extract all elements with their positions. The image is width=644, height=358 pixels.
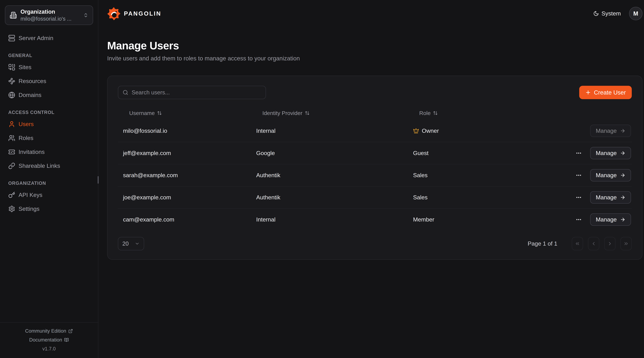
sidebar-item-label: Settings [18,206,40,212]
manage-button-label: Manage [596,216,617,223]
manage-button: Manage [590,125,631,137]
cell-identity-provider: Google [251,150,408,156]
table-row: milo@fossorial.io Internal Owner Manage [118,120,632,142]
previous-page-button[interactable] [588,237,599,250]
chevrons-right-icon [624,241,629,246]
pagination-bar: 20 Page 1 of 1 [118,237,632,250]
row-menu-button[interactable] [574,191,583,204]
sidebar-item-server-admin[interactable]: Server Admin [5,31,93,45]
sidebar-item-domains[interactable]: Domains [5,88,93,102]
table-row: jeff@example.com Google Guest Manage [118,142,632,164]
page-header: Manage Users Invite users and add them t… [107,40,642,62]
page-subtitle: Invite users and add them to roles to ma… [107,55,642,62]
row-menu-button[interactable] [574,147,583,159]
sidebar-item-label: Resources [18,78,46,84]
avatar-initial: M [633,10,638,17]
cell-username: jeff@example.com [118,150,251,156]
sidebar-item-users[interactable]: Users [5,117,93,131]
book-open-icon [64,338,69,342]
moon-icon [593,11,599,16]
page-size-value: 20 [122,240,129,247]
sidebar-item-invitations[interactable]: Invitations [5,145,93,159]
cell-role: Sales [408,172,542,178]
cell-identity-provider: Authentik [251,194,408,201]
sort-icon [157,110,162,116]
next-page-button[interactable] [604,237,616,250]
column-header-role[interactable]: Role [408,110,542,116]
cell-username: sarah@example.com [118,172,251,178]
section-label-general: GENERAL [5,53,93,58]
sort-icon [433,110,438,116]
ellipsis-icon [576,216,582,223]
manage-button-label: Manage [596,194,617,201]
search-box [118,86,266,99]
last-page-button[interactable] [620,237,632,250]
org-selector-texts: Organization milo@fossorial.io's ... [20,9,72,22]
sidebar-item-label: Roles [18,135,33,142]
manage-button-label: Manage [596,128,617,134]
users-panel-toolbar: Create User [118,86,632,99]
community-edition-link[interactable]: Community Edition [25,328,73,334]
globe-icon [8,92,15,98]
row-menu-button[interactable] [574,214,583,226]
pangolin-logo-icon [107,7,120,20]
community-edition-label: Community Edition [25,328,66,334]
first-page-button[interactable] [572,237,583,250]
chevron-left-icon [591,241,596,246]
main-content: PANGOLIN System M Manage Users Invite us… [98,0,644,358]
org-selector-value: milo@fossorial.io's ... [20,16,72,22]
sidebar-item-label: Users [18,121,34,128]
documentation-link[interactable]: Documentation [29,337,69,343]
org-selector-label: Organization [20,9,72,15]
app-version: v1.7.0 [42,346,56,352]
top-bar: PANGOLIN System M [107,0,642,27]
users-table: Username Identity Provider Role [118,106,632,230]
cell-identity-provider: Internal [251,216,408,223]
avatar[interactable]: M [629,7,642,20]
cell-role-label: Guest [413,150,428,156]
org-selector[interactable]: Organization milo@fossorial.io's ... [5,6,93,25]
brand-logo[interactable]: PANGOLIN [107,7,162,20]
sidebar-item-label: Sites [18,64,32,70]
search-input[interactable] [132,89,261,96]
create-user-button[interactable]: Create User [579,86,632,99]
sidebar-item-label: Invitations [18,148,45,155]
sidebar-item-shareable-links[interactable]: Shareable Links [5,159,93,173]
manage-button[interactable]: Manage [590,191,631,204]
column-header-label: Identity Provider [262,110,302,116]
manage-button[interactable]: Manage [590,169,631,182]
arrow-right-icon [620,172,626,178]
theme-toggle[interactable]: System [593,10,621,17]
sidebar-resize-handle[interactable] [98,176,99,184]
cell-role-label: Owner [422,128,439,134]
sidebar-item-label: Shareable Links [18,162,60,169]
column-header-username[interactable]: Username [118,110,251,116]
sidebar-item-roles[interactable]: Roles [5,131,93,145]
sidebar-item-label: Server Admin [18,35,53,42]
row-menu-button[interactable] [574,169,583,182]
cell-actions: Manage [542,169,632,182]
column-header-label: Username [129,110,155,116]
arrow-right-icon [620,128,626,134]
users-panel: Create User Username Identity Provider [107,76,642,260]
sidebar-item-sites[interactable]: Sites [5,60,93,74]
page-size-select[interactable]: 20 [118,237,144,250]
column-header-identity-provider[interactable]: Identity Provider [251,110,408,116]
users-table-header: Username Identity Provider Role [118,106,632,120]
manage-button[interactable]: Manage [590,147,631,159]
sidebar-item-resources[interactable]: Resources [5,74,93,88]
cell-username: milo@fossorial.io [118,128,251,134]
sidebar-nav: Server Admin GENERAL Sites Resources Dom… [5,31,93,216]
sidebar-item-api-keys[interactable]: API Keys [5,188,93,202]
sidebar-item-settings[interactable]: Settings [5,202,93,216]
cell-identity-provider: Internal [251,128,408,134]
waypoints-icon [8,78,15,84]
ellipsis-icon [576,194,582,200]
pagination-buttons [572,237,632,250]
ellipsis-icon [576,172,582,178]
chevrons-up-down-icon [83,12,88,18]
cell-username: cam@example.com [118,216,251,223]
manage-button[interactable]: Manage [590,214,631,226]
top-right-controls: System M [593,7,642,20]
users-icon [8,134,15,142]
